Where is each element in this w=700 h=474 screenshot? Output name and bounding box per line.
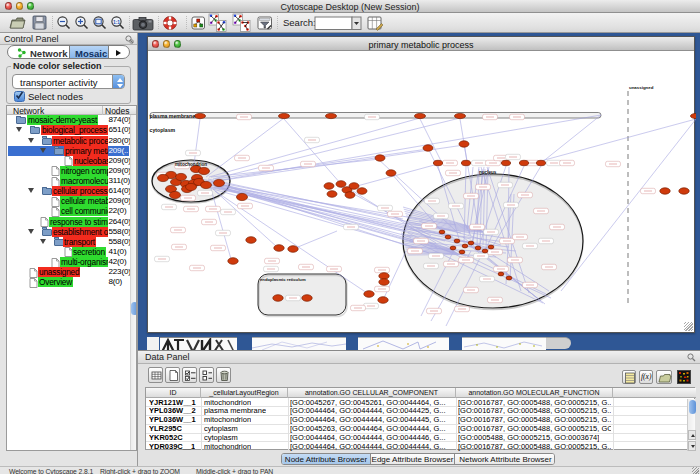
svg-text:plasma membrane: plasma membrane <box>150 113 196 119</box>
svg-text:endoplasmic reticulum: endoplasmic reticulum <box>260 277 306 282</box>
svg-text:cytoplasm: cytoplasm <box>150 127 176 133</box>
svg-text:mitochondrion: mitochondrion <box>175 162 207 167</box>
svg-text:Search:: Search: <box>283 17 316 28</box>
svg-text:1:1: 1:1 <box>113 19 120 25</box>
svg-text:unassigned: unassigned <box>629 85 654 90</box>
svg-text:nucleus: nucleus <box>479 170 497 175</box>
